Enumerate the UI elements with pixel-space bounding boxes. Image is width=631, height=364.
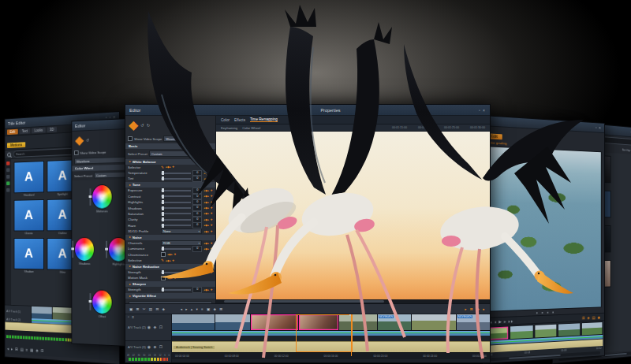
- keyframe-controls[interactable]: [203, 212, 213, 215]
- slider-thumb[interactable]: [162, 200, 164, 204]
- tab[interactable]: Edit: [7, 129, 18, 135]
- dropdown[interactable]: RGB: [161, 240, 202, 247]
- reset-icon[interactable]: ↺: [86, 137, 90, 142]
- video-preview[interactable]: [216, 132, 490, 299]
- window-main-editor[interactable]: Editor Properties ▫ × ◆ ↺ ↻ Show Video S…: [125, 104, 491, 363]
- keyframe-controls[interactable]: [166, 259, 175, 262]
- color-wheel[interactable]: [91, 289, 112, 314]
- track-header[interactable]: A/V Track (1): [5, 306, 32, 319]
- edit-tool-icons[interactable]: ▣ ⊞ ✂ ▤ ⊟ ◈: [129, 307, 166, 311]
- editor-row[interactable]: White Balance: [125, 159, 215, 165]
- window-grading-preview[interactable]: ▫ × Edit Color grading ● ● ● ● ◂◂ ◂ ▶ ▸ …: [483, 115, 605, 364]
- value-box[interactable]: 0: [192, 194, 202, 200]
- properties-tab[interactable]: Color: [221, 118, 230, 122]
- preset-dropdown[interactable]: Custom: [94, 172, 126, 179]
- keyframe-controls[interactable]: [203, 242, 213, 245]
- properties-tab[interactable]: Effects: [234, 118, 245, 122]
- editor-row[interactable]: Sharpen: [125, 281, 215, 287]
- marker-icons[interactable]: ▸ ⊞ ◆ ●: [465, 307, 486, 311]
- value-box[interactable]: 0: [192, 222, 202, 228]
- keyframe-controls[interactable]: [203, 189, 213, 192]
- titlebar[interactable]: Editor Properties ▫ ×: [125, 105, 490, 116]
- slider-thumb[interactable]: [162, 247, 164, 251]
- keyframe-controls[interactable]: [203, 172, 213, 175]
- editor-row[interactable]: Noise: [125, 235, 215, 240]
- keyframe-controls[interactable]: [203, 247, 213, 251]
- scrollbar-handle[interactable]: [224, 300, 384, 303]
- editor-row[interactable]: Contrast 0 0: [125, 194, 215, 199]
- editor-row[interactable]: 3D/1D Profile None None: [125, 228, 215, 234]
- slider-thumb[interactable]: [162, 195, 164, 199]
- editor-row[interactable]: Channels RGB RGB: [125, 240, 215, 246]
- title-template-tile[interactable]: A Shadow: [14, 238, 44, 273]
- motions-button[interactable]: Motions: [7, 142, 25, 148]
- slider-track[interactable]: [161, 195, 191, 197]
- timeline-clip[interactable]: [558, 322, 580, 337]
- title-thumbnail[interactable]: A: [14, 199, 44, 231]
- editor-row-control[interactable]: 0 0: [161, 211, 213, 217]
- color-wheel[interactable]: [91, 184, 112, 210]
- editor-row-control[interactable]: 0 0: [161, 222, 213, 228]
- editor-row-control[interactable]: 0 0: [161, 217, 213, 223]
- slider-thumb[interactable]: [162, 270, 164, 274]
- checkbox[interactable]: [161, 165, 164, 169]
- keyframe-controls[interactable]: [203, 271, 213, 274]
- timeline-clip[interactable]: [581, 321, 603, 336]
- value-box[interactable]: 0: [192, 188, 202, 194]
- wheel-luma-slider[interactable]: [90, 293, 91, 310]
- value-box[interactable]: 0: [192, 211, 202, 217]
- tab[interactable]: Text: [19, 128, 30, 134]
- value-box[interactable]: 0: [192, 205, 202, 211]
- sort-label[interactable]: Sort by: Date: [622, 148, 631, 152]
- slider-thumb[interactable]: [162, 176, 164, 180]
- wheel-luma-slider[interactable]: [72, 241, 73, 258]
- value-box[interactable]: 0: [192, 287, 202, 293]
- folder-icon[interactable]: ◆: [129, 117, 138, 132]
- timeline-clip[interactable]: [215, 314, 251, 330]
- slider-thumb[interactable]: [162, 224, 164, 228]
- slider-thumb[interactable]: [162, 188, 164, 192]
- editor-row[interactable]: Vignette Effect: [125, 293, 215, 299]
- track-area[interactable]: MOVIE.MOV MOVIE.MOV Audiotrack | Soa: [172, 314, 490, 362]
- keyframe-controls[interactable]: [166, 165, 175, 169]
- editor-row-control[interactable]: [161, 252, 213, 257]
- slider-track[interactable]: [161, 219, 191, 221]
- editor-row-control[interactable]: [161, 276, 213, 280]
- slider-thumb[interactable]: [162, 206, 164, 210]
- slider-track[interactable]: [161, 173, 191, 174]
- value-box[interactable]: 0: [192, 170, 202, 176]
- track-toggle-icons[interactable]: ◉ ◈ ⊡: [147, 344, 163, 349]
- tool-icon[interactable]: [6, 188, 9, 192]
- keyframe-controls[interactable]: [203, 177, 213, 180]
- keyframe-controls[interactable]: [167, 277, 177, 280]
- scope-dropdown[interactable]: Waveform: [163, 136, 192, 142]
- history-icons[interactable]: ↺ ↻: [140, 123, 151, 128]
- transport-icons[interactable]: ◂◂ ◂ ▶ ▸ ▸▸: [487, 318, 513, 324]
- checkbox[interactable]: [161, 252, 166, 257]
- editor-row[interactable]: Highlights 0 0: [125, 199, 215, 205]
- timeline-clip[interactable]: [510, 325, 534, 340]
- editor-row-control[interactable]: [161, 165, 213, 169]
- editor-row-control[interactable]: 0 0: [161, 199, 213, 206]
- navigation-icons[interactable]: ◂ ▸ ▴ ▾ ≡ ▣ ◈ ⊞: [181, 307, 224, 311]
- slider-track[interactable]: [161, 207, 191, 209]
- editor-row[interactable]: Temperature 0 0: [125, 170, 215, 176]
- basic-section-header[interactable]: Basic: [125, 143, 215, 149]
- checkbox[interactable]: [161, 258, 164, 262]
- folder-icon[interactable]: ◆: [75, 132, 84, 147]
- editor-row[interactable]: Selector: [125, 165, 215, 170]
- clip[interactable]: [32, 306, 53, 319]
- track-header[interactable]: A/V Track (3) ◉ ◈ ⊡: [125, 340, 171, 352]
- corner-icons[interactable]: ⊞ ◈ ▤ ◆: [582, 314, 601, 320]
- timeline-ruler[interactable]: 00:00:04:0000:00:08:0000:00:12:0000:00:1…: [172, 352, 490, 359]
- tool-icon[interactable]: [6, 175, 9, 179]
- slider-track[interactable]: [161, 213, 191, 214]
- record-icon[interactable]: [6, 162, 9, 165]
- slider-thumb[interactable]: [162, 212, 164, 216]
- title-thumbnail[interactable]: A: [14, 161, 44, 193]
- footer-icons[interactable]: ◂ ▸ ⊞ ▤ ≡ ▦ ◈ ⊟: [7, 346, 44, 353]
- slider-track[interactable]: [161, 178, 191, 180]
- properties-tab[interactable]: Time Remapping: [250, 117, 278, 122]
- timeline-clip[interactable]: [534, 324, 557, 339]
- timeline-clip[interactable]: MOVIE.MOV: [457, 314, 490, 330]
